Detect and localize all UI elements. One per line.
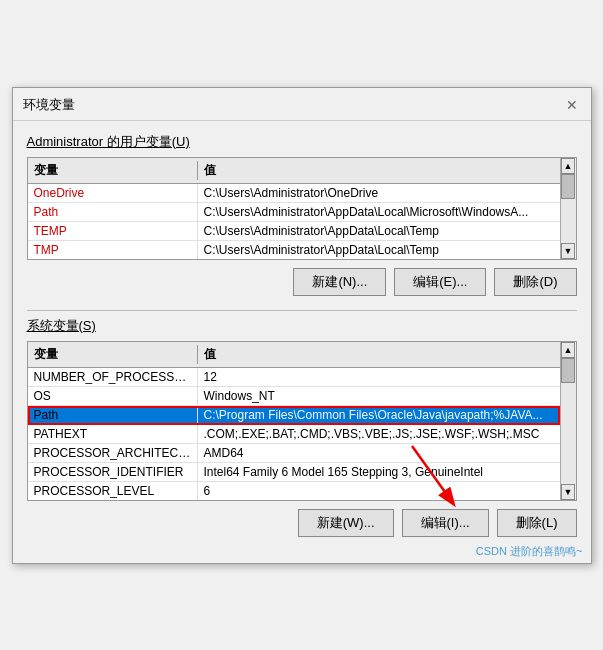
cell-var: NUMBER_OF_PROCESSORS xyxy=(28,368,198,386)
user-delete-button[interactable]: 删除(D) xyxy=(494,268,576,296)
table-row[interactable]: OneDrive C:\Users\Administrator\OneDrive xyxy=(28,184,560,203)
user-variables-section: Administrator 的用户变量(U) 变量 值 OneDrive C:\… xyxy=(27,133,577,300)
sys-col-val-header: 值 xyxy=(198,345,560,364)
cell-var: TEMP xyxy=(28,222,198,240)
close-button[interactable]: ✕ xyxy=(563,96,581,114)
btn-area-system: 新建(W)... 编辑(I)... 删除(L) xyxy=(27,501,577,541)
user-col-var-header: 变量 xyxy=(28,161,198,180)
system-btn-row: 新建(W)... 编辑(I)... 删除(L) xyxy=(27,501,577,541)
table-row[interactable]: TMP C:\Users\Administrator\AppData\Local… xyxy=(28,241,560,259)
dialog-titlebar: 环境变量 ✕ xyxy=(13,88,591,121)
user-scrollbar[interactable]: ▲ ▼ xyxy=(560,158,576,259)
table-row[interactable]: Path C:\Users\Administrator\AppData\Loca… xyxy=(28,203,560,222)
system-section-title: 系统变量(S) xyxy=(27,317,577,335)
cell-var: Path xyxy=(28,203,198,221)
table-row[interactable]: PROCESSOR_ARCHITECT... AMD64 xyxy=(28,444,560,463)
user-col-val-header: 值 xyxy=(198,161,560,180)
scroll-thumb[interactable] xyxy=(561,174,575,199)
cell-var: PROCESSOR_LEVEL xyxy=(28,482,198,500)
table-row[interactable]: PATHEXT .COM;.EXE;.BAT;.CMD;.VBS;.VBE;.J… xyxy=(28,425,560,444)
cell-val: C:\Program Files\Common Files\Oracle\Jav… xyxy=(198,406,560,424)
cell-var: Path xyxy=(28,406,198,424)
cell-var: OS xyxy=(28,387,198,405)
scroll-down-arrow[interactable]: ▼ xyxy=(561,243,575,259)
system-variables-table: 变量 值 NUMBER_OF_PROCESSORS 12 OS Windows_… xyxy=(27,341,577,501)
scroll-down-arrow[interactable]: ▼ xyxy=(561,484,575,500)
dialog-body: Administrator 的用户变量(U) 变量 值 OneDrive C:\… xyxy=(13,121,591,563)
cell-val: 12 xyxy=(198,368,560,386)
system-scrollbar[interactable]: ▲ ▼ xyxy=(560,342,576,500)
system-table-main: 变量 值 NUMBER_OF_PROCESSORS 12 OS Windows_… xyxy=(28,342,560,500)
sys-col-var-header: 变量 xyxy=(28,345,198,364)
table-row-path-selected[interactable]: Path C:\Program Files\Common Files\Oracl… xyxy=(28,406,560,425)
section-divider xyxy=(27,310,577,311)
cell-var: OneDrive xyxy=(28,184,198,202)
user-new-button[interactable]: 新建(N)... xyxy=(293,268,386,296)
environment-variables-dialog: 环境变量 ✕ Administrator 的用户变量(U) 变量 值 OneDr… xyxy=(12,87,592,564)
user-section-title: Administrator 的用户变量(U) xyxy=(27,133,577,151)
system-variables-section: 系统变量(S) 变量 值 NUMBER_OF_PROCESSORS 12 OS xyxy=(27,317,577,541)
cell-val: .COM;.EXE;.BAT;.CMD;.VBS;.VBE;.JS;.JSE;.… xyxy=(198,425,560,443)
scroll-up-arrow[interactable]: ▲ xyxy=(561,342,575,358)
system-edit-button[interactable]: 编辑(I)... xyxy=(402,509,489,537)
watermark: CSDN 进阶的喜鹊鸣~ xyxy=(476,544,583,559)
system-table-header: 变量 值 xyxy=(28,342,560,368)
table-row[interactable]: PROCESSOR_IDENTIFIER Intel64 Family 6 Mo… xyxy=(28,463,560,482)
user-table-main: 变量 值 OneDrive C:\Users\Administrator\One… xyxy=(28,158,560,259)
user-btn-row: 新建(N)... 编辑(E)... 删除(D) xyxy=(27,260,577,300)
scroll-track xyxy=(561,358,576,484)
cell-val: C:\Users\Administrator\AppData\Local\Mic… xyxy=(198,203,560,221)
cell-val: C:\Users\Administrator\OneDrive xyxy=(198,184,560,202)
scroll-track xyxy=(561,174,576,243)
table-row[interactable]: PROCESSOR_LEVEL 6 xyxy=(28,482,560,500)
cell-val: Intel64 Family 6 Model 165 Stepping 3, G… xyxy=(198,463,560,481)
system-delete-button[interactable]: 删除(L) xyxy=(497,509,577,537)
cell-var: PROCESSOR_ARCHITECT... xyxy=(28,444,198,462)
system-new-button[interactable]: 新建(W)... xyxy=(298,509,394,537)
user-variables-table: 变量 值 OneDrive C:\Users\Administrator\One… xyxy=(27,157,577,260)
table-row[interactable]: NUMBER_OF_PROCESSORS 12 xyxy=(28,368,560,387)
user-table-header: 变量 值 xyxy=(28,158,560,184)
cell-var: TMP xyxy=(28,241,198,259)
table-row[interactable]: OS Windows_NT xyxy=(28,387,560,406)
cell-val: C:\Users\Administrator\AppData\Local\Tem… xyxy=(198,222,560,240)
user-edit-button[interactable]: 编辑(E)... xyxy=(394,268,486,296)
cell-val: C:\Users\Administrator\AppData\Local\Tem… xyxy=(198,241,560,259)
table-row[interactable]: TEMP C:\Users\Administrator\AppData\Loca… xyxy=(28,222,560,241)
cell-var: PATHEXT xyxy=(28,425,198,443)
cell-var: PROCESSOR_IDENTIFIER xyxy=(28,463,198,481)
cell-val: 6 xyxy=(198,482,560,500)
scroll-thumb[interactable] xyxy=(561,358,575,383)
scroll-up-arrow[interactable]: ▲ xyxy=(561,158,575,174)
dialog-title: 环境变量 xyxy=(23,96,75,114)
cell-val: AMD64 xyxy=(198,444,560,462)
cell-val: Windows_NT xyxy=(198,387,560,405)
